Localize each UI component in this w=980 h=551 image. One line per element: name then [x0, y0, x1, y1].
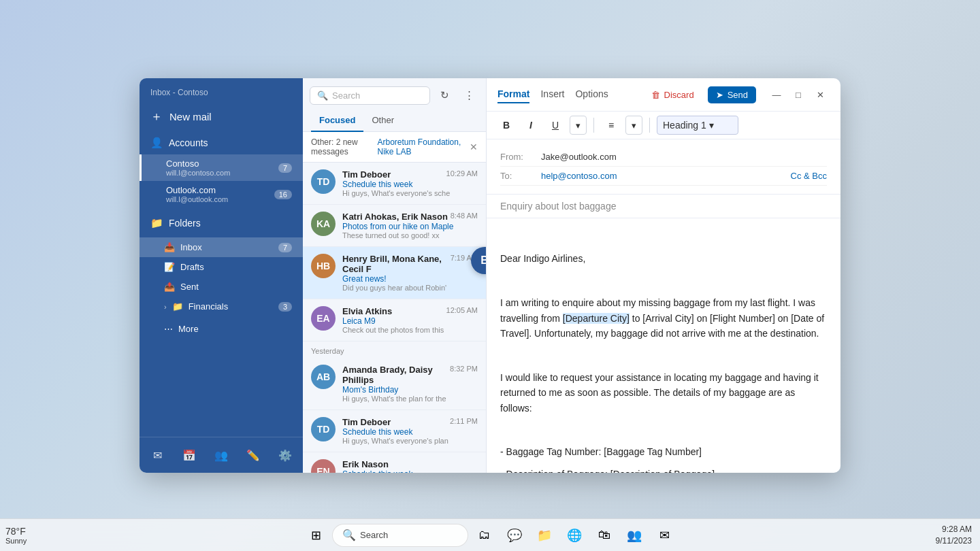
- cc-bcc-button[interactable]: Cc & Bcc: [791, 171, 827, 181]
- msg-header-row: Elvia Atkins 12:05 AM: [342, 306, 478, 316]
- chevron-down-icon: ▾: [576, 120, 581, 131]
- account-email-contoso: will.l@contoso.com: [166, 169, 230, 177]
- sent-icon: 📤: [164, 282, 175, 292]
- window-controls: — □ ✕: [767, 85, 830, 104]
- account-item-outlook[interactable]: Outlook.com will.l@outlook.com 16: [140, 181, 303, 207]
- trash-icon: 🗑: [651, 90, 660, 100]
- account-badge-contoso: 7: [278, 163, 292, 173]
- msg-subject: Photos from our hike on Maple: [342, 222, 478, 231]
- italic-button[interactable]: I: [521, 116, 541, 135]
- tab-options[interactable]: Options: [575, 86, 608, 103]
- list-item[interactable]: HB Henry Brill, Mona Kane, Cecil F 7:19 …: [303, 247, 486, 299]
- discard-button[interactable]: 🗑 Discard: [643, 86, 702, 103]
- list-item[interactable]: EA Elvia Atkins 12:05 AM Leica M9 Check …: [303, 299, 486, 341]
- subject-input[interactable]: [500, 201, 827, 212]
- new-mail-button[interactable]: ＋ New mail: [140, 101, 303, 131]
- avatar: EN: [311, 459, 336, 473]
- send-button[interactable]: ➤ Send: [708, 86, 756, 103]
- taskbar-search[interactable]: 🔍 Search: [332, 524, 468, 547]
- taskbar-search-text: Search: [360, 530, 388, 540]
- notification-close-icon[interactable]: ✕: [470, 141, 478, 152]
- contacts-nav-btn[interactable]: 👥: [209, 443, 233, 467]
- heading-dropdown[interactable]: Heading 1 ▾: [657, 116, 738, 135]
- folder-sent[interactable]: 📤 Sent: [140, 277, 303, 297]
- taskbar-app-widgets[interactable]: 🗂: [471, 522, 498, 549]
- to-value[interactable]: help@contoso.com: [541, 171, 791, 181]
- text-style-dropdown[interactable]: ▾: [570, 116, 587, 135]
- taskbar-app-store[interactable]: 🛍: [591, 522, 618, 549]
- tab-focused[interactable]: Focused: [311, 110, 363, 132]
- folder-list: 📥 Inbox 7 📝 Drafts 📤 Sent: [140, 235, 303, 316]
- settings-nav-btn[interactable]: ⚙️: [273, 443, 297, 467]
- minimize-button[interactable]: —: [767, 85, 786, 104]
- taskbar-app-mail[interactable]: ✉: [651, 522, 678, 549]
- bold-button[interactable]: B: [496, 116, 517, 135]
- taskbar-app-edge[interactable]: 🌐: [561, 522, 588, 549]
- list-item[interactable]: TD Tim Deboer 10:29 AM Schedule this wee…: [303, 163, 486, 205]
- notification-link[interactable]: Arboretum Foundation, Nike LAB: [378, 137, 470, 156]
- discard-label: Discard: [664, 90, 694, 100]
- list-item[interactable]: AB Amanda Brady, Daisy Phillips 8:32 PM …: [303, 358, 486, 410]
- refresh-button[interactable]: ↻: [434, 85, 455, 105]
- close-button[interactable]: ✕: [811, 85, 830, 104]
- msg-time: 12:05 AM: [446, 306, 478, 314]
- msg-header-row: Katri Ahokas, Erik Nason 8:48 AM: [342, 212, 478, 222]
- account-name-outlook: Outlook.com: [166, 185, 228, 195]
- tasks-nav-btn[interactable]: ✏️: [241, 443, 265, 467]
- taskbar-app-people[interactable]: 👥: [621, 522, 648, 549]
- tab-format[interactable]: Format: [497, 86, 529, 103]
- compose-body[interactable]: Dear Indigo Airlines, I am writing to en…: [487, 218, 840, 473]
- weather-condition: Sunny: [5, 537, 27, 545]
- account-name-contoso: Contoso: [166, 158, 230, 169]
- from-label: From:: [500, 152, 541, 162]
- msg-sender: Tim Deboer: [342, 169, 391, 180]
- send-label: Send: [728, 90, 748, 100]
- new-mail-label: New mail: [169, 111, 212, 122]
- start-button[interactable]: ⊞: [302, 522, 329, 549]
- msg-preview: Hi guys, What's everyone's plan: [342, 437, 478, 445]
- body-line: I am writing to enquire about my missing…: [500, 295, 827, 341]
- folders-section-header[interactable]: 📁 Folders: [140, 212, 303, 235]
- list-item[interactable]: EN Erik Nason Schedule this week: [303, 452, 486, 473]
- mail-nav-btn[interactable]: ✉: [145, 443, 169, 467]
- tab-other[interactable]: Other: [363, 110, 402, 132]
- folder-financials[interactable]: › 📁 Financials 3: [140, 297, 303, 316]
- notification-banner: Other: 2 new messages Arboretum Foundati…: [303, 132, 486, 163]
- list-button[interactable]: ≡: [601, 116, 621, 135]
- chevron-down-icon-2: ▾: [632, 120, 636, 131]
- folder-sent-label: Sent: [180, 282, 199, 292]
- weather-temp: 78°F: [5, 526, 26, 537]
- taskbar-app-files[interactable]: 📁: [531, 522, 558, 549]
- taskbar-center: ⊞ 🔍 Search 🗂 💬 📁 🌐 🛍 👥 ✉: [302, 522, 678, 549]
- account-info-outlook: Outlook.com will.l@outlook.com: [166, 185, 228, 203]
- msg-preview: Hi guys, What's everyone's sche: [342, 189, 478, 197]
- body-line: [500, 348, 827, 363]
- body-line: [500, 229, 827, 244]
- toolbar-divider-2: [649, 118, 650, 133]
- folder-financials-badge: 3: [278, 302, 292, 312]
- msg-content: Katri Ahokas, Erik Nason 8:48 AM Photos …: [342, 212, 478, 239]
- search-box[interactable]: 🔍 Search: [310, 86, 430, 105]
- folder-financials-left: › 📁 Financials: [164, 301, 228, 312]
- account-item-contoso[interactable]: Contoso will.l@contoso.com 7: [140, 154, 303, 181]
- msg-subject: Leica M9: [342, 316, 478, 326]
- list-item[interactable]: TD Tim Deboer 2:11 PM Schedule this week…: [303, 410, 486, 452]
- tab-insert[interactable]: Insert: [540, 86, 564, 103]
- heading-label: Heading 1: [663, 120, 706, 131]
- folder-inbox[interactable]: 📥 Inbox 7: [140, 237, 303, 257]
- msg-sender: Elvia Atkins: [342, 306, 392, 316]
- taskbar-app-chat[interactable]: 💬: [501, 522, 528, 549]
- more-item[interactable]: ⋯ More: [140, 319, 303, 339]
- from-value[interactable]: Jake@outlook.com: [541, 152, 827, 162]
- list-style-dropdown[interactable]: ▾: [625, 116, 642, 135]
- list-item[interactable]: KA Katri Ahokas, Erik Nason 8:48 AM Phot…: [303, 205, 486, 247]
- subject-row: [487, 195, 840, 218]
- underline-button[interactable]: U: [545, 116, 566, 135]
- accounts-section-header[interactable]: 👤 Accounts: [140, 131, 303, 154]
- folder-drafts[interactable]: 📝 Drafts: [140, 257, 303, 277]
- maximize-button[interactable]: □: [789, 85, 808, 104]
- filter-button[interactable]: ⋮: [459, 85, 479, 105]
- calendar-nav-btn[interactable]: 📅: [177, 443, 201, 467]
- folder-icon: 📁: [150, 217, 163, 229]
- format-toolbar: B I U ▾ ≡ ▾ Heading 1 ▾: [487, 112, 840, 139]
